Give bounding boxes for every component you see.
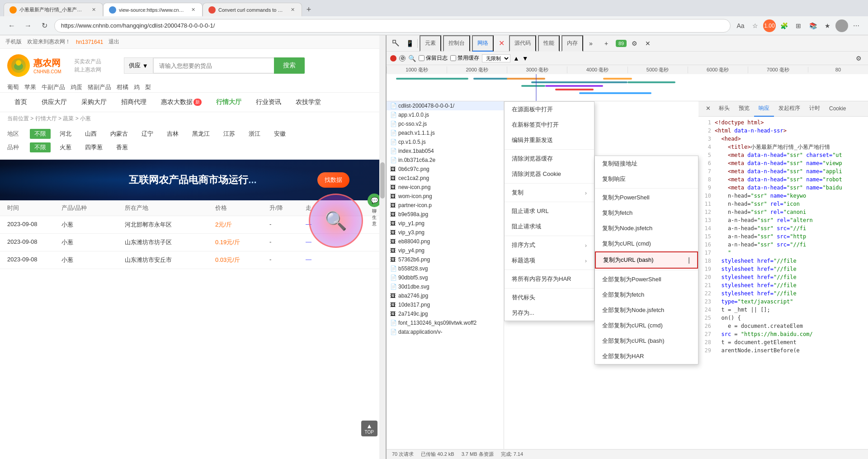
web-scrollbar[interactable] bbox=[379, 35, 386, 459]
ctx-save-har[interactable]: 将所有内容另存为HAR bbox=[505, 271, 594, 287]
nav-supply[interactable]: 供应大厅 bbox=[34, 92, 74, 112]
table-row[interactable]: 2023-09-08 小葱 山东潍坊市安丘市 0.03元/斤 - — bbox=[0, 251, 386, 269]
back-button[interactable]: ← bbox=[5, 19, 18, 32]
search-input[interactable] bbox=[153, 57, 274, 74]
bookmark-icon[interactable]: ☆ bbox=[749, 19, 761, 32]
file-item-9[interactable]: 🖼 new-icon.png bbox=[387, 183, 504, 192]
nav-agri[interactable]: 农技学堂 bbox=[288, 92, 328, 112]
region-shanxi[interactable]: 山西 bbox=[80, 129, 101, 139]
ctx-save-as[interactable]: 另存为... bbox=[505, 305, 594, 321]
dt-close-network-icon[interactable]: ✕ bbox=[495, 38, 507, 49]
reload-button[interactable]: ↻ bbox=[38, 19, 51, 32]
dt-tab-memory[interactable]: 内存 bbox=[561, 35, 583, 52]
ctx-sort[interactable]: 排序方式 › bbox=[505, 237, 594, 253]
file-item-6[interactable]: 📄 in.0b371c6a.2e bbox=[387, 156, 504, 165]
file-item-25[interactable]: 📄 data:application/v- bbox=[387, 327, 504, 336]
region-jilin[interactable]: 吉林 bbox=[162, 129, 183, 139]
ctx-block-domain[interactable]: 阻止请求域 bbox=[505, 219, 594, 234]
nav-home[interactable]: 首页 bbox=[7, 92, 34, 112]
browser-tab-1[interactable]: 小葱最新产地行情_小葱产地行情 ✕ bbox=[4, 3, 103, 16]
table-row[interactable]: 2023-09-08 小葱 河北邯郸市永年区 2元/斤 - — bbox=[0, 216, 386, 234]
product-link-pear[interactable]: 梨 bbox=[145, 83, 151, 91]
forward-button[interactable]: → bbox=[22, 19, 34, 32]
resp-tab-preview[interactable]: 预览 bbox=[734, 101, 754, 117]
file-item-17[interactable]: 🖼 57362b6.png bbox=[387, 255, 504, 264]
ctx-copy-response[interactable]: 复制响应 bbox=[595, 171, 698, 187]
resp-tab-close[interactable]: ✕ bbox=[702, 101, 714, 117]
file-item-4[interactable]: 📄 cp.v1.0.5.js bbox=[387, 137, 504, 147]
table-row[interactable]: 2023-09-08 小葱 山东潍坊市坊子区 0.19元/斤 - — bbox=[0, 234, 386, 251]
file-item-1[interactable]: 📄 app.v1.0.0.js bbox=[387, 110, 504, 119]
variety-all-button[interactable]: 不限 bbox=[30, 142, 51, 152]
ctx-copy-all-har[interactable]: 全部复制为HAR bbox=[595, 349, 698, 364]
product-link-chicken[interactable]: 鸡 bbox=[134, 83, 140, 91]
file-item-18[interactable]: 📄 b558f28.svg bbox=[387, 264, 504, 273]
dt-add-icon[interactable]: + bbox=[600, 38, 612, 49]
dt-preserve-log-checkbox[interactable] bbox=[419, 55, 425, 61]
file-item-7[interactable]: 🖼 0b6c97c.png bbox=[387, 165, 504, 174]
ctx-header-options[interactable]: 标题选项 › bbox=[505, 253, 594, 268]
file-item-20[interactable]: 📄 30d1dbe.svg bbox=[387, 282, 504, 291]
ctx-copy-all-curl-cmd[interactable]: 全部复制为cURL (cmd) bbox=[595, 318, 698, 333]
browser-tab-3[interactable]: Convert curl commands to code ✕ bbox=[203, 3, 302, 16]
profile-icon[interactable]: 1.00 bbox=[763, 19, 776, 32]
product-link-pork[interactable]: 猪副产品 bbox=[88, 83, 111, 91]
region-zhejiang[interactable]: 浙江 bbox=[244, 129, 265, 139]
logout-link[interactable]: 退出 bbox=[108, 38, 119, 46]
file-item-3[interactable]: 📄 peach.v1.1.1.js bbox=[387, 128, 504, 137]
dt-search-button[interactable]: 🔍 bbox=[408, 55, 416, 62]
ctx-copy-all-curl-bash[interactable]: 全部复制为cURL (bash) bbox=[595, 333, 698, 349]
variety-1[interactable]: 火葱 bbox=[55, 142, 76, 152]
dt-disable-cache-checkbox[interactable] bbox=[450, 55, 456, 61]
dt-close-icon[interactable]: ✕ bbox=[642, 38, 654, 49]
region-anhui[interactable]: 安徽 bbox=[269, 129, 290, 139]
region-jiangsu[interactable]: 江苏 bbox=[219, 129, 240, 139]
region-all-button[interactable]: 不限 bbox=[30, 129, 51, 139]
file-item-13[interactable]: 🖼 vip_y1.png bbox=[387, 219, 504, 228]
dt-tab-sources[interactable]: 源代码 bbox=[509, 35, 536, 52]
file-item-5[interactable]: 📄 index.1bab054 bbox=[387, 147, 504, 156]
product-link-grape[interactable]: 葡萄 bbox=[7, 83, 19, 91]
ctx-open-in-panel[interactable]: 在源面板中打开 bbox=[505, 102, 594, 117]
dt-disable-cache-label[interactable]: 禁用缓存 bbox=[450, 54, 479, 62]
new-tab-button[interactable]: + bbox=[302, 3, 316, 16]
file-item-main[interactable]: 📄 cdlist-2000478-0-0-0-1/ bbox=[387, 101, 504, 110]
dt-tab-console[interactable]: 控制台 bbox=[443, 35, 470, 52]
ctx-copy-all-node-fetch[interactable]: 全部复制为Node.jsfetch bbox=[595, 303, 698, 318]
dt-record-button[interactable] bbox=[390, 55, 396, 62]
product-link-citrus[interactable]: 柑橘 bbox=[117, 83, 128, 91]
nav-market[interactable]: 行情大厅 bbox=[209, 92, 249, 112]
favorites-icon[interactable]: ★ bbox=[821, 19, 834, 32]
nav-news[interactable]: 行业资讯 bbox=[249, 92, 288, 112]
ctx-edit-resend[interactable]: 编辑并重新发送 bbox=[505, 132, 594, 148]
product-link-egg[interactable]: 鸡蛋 bbox=[71, 83, 82, 91]
address-bar[interactable]: https://www.cnhnb.com/hangqing/cdlist-20… bbox=[54, 19, 731, 33]
dt-tab-elements[interactable]: 元素 bbox=[420, 35, 441, 52]
tab-close-3[interactable]: ✕ bbox=[289, 6, 296, 14]
region-liaoning[interactable]: 辽宁 bbox=[137, 129, 158, 139]
ctx-open-new-tab[interactable]: 在新标签页中打开 bbox=[505, 117, 594, 132]
search-button[interactable]: 搜索 bbox=[274, 57, 305, 74]
variety-2[interactable]: 四季葱 bbox=[80, 142, 107, 152]
ctx-copy-all-powershell[interactable]: 全部复制为PowerShell bbox=[595, 272, 698, 287]
ctx-clear-cookie[interactable]: 清除浏览器 Cookie bbox=[505, 166, 594, 182]
dt-throttle-select[interactable]: 无限制 bbox=[482, 54, 510, 62]
nav-bigdata[interactable]: 惠农大数据新 bbox=[154, 92, 209, 112]
ctx-copy-node-fetch[interactable]: 复制为Node.jsfetch bbox=[595, 221, 698, 236]
ctx-copy-all-fetch[interactable]: 全部复制为fetch bbox=[595, 287, 698, 303]
search-category-dropdown[interactable]: 供应 ▼ bbox=[124, 57, 153, 74]
top-scroll-button[interactable]: ▲ TOP bbox=[361, 421, 377, 436]
tab-close-1[interactable]: ✕ bbox=[90, 6, 97, 14]
resp-tab-response[interactable]: 响应 bbox=[754, 101, 774, 117]
dt-more-tabs-icon[interactable]: » bbox=[585, 38, 597, 49]
dt-preserve-log-label[interactable]: 保留日志 bbox=[419, 54, 448, 62]
user-avatar[interactable] bbox=[835, 19, 848, 32]
file-item-19[interactable]: 📄 90dbbf5.svg bbox=[387, 273, 504, 282]
dt-inspect-icon[interactable] bbox=[390, 38, 402, 49]
collections-icon[interactable]: 📚 bbox=[807, 19, 819, 32]
ctx-clear-cache[interactable]: 清除浏览器缓存 bbox=[505, 151, 594, 166]
file-item-11[interactable]: 🖼 partner-icon.p bbox=[387, 201, 504, 210]
ctx-copy-fetch[interactable]: 复制为fetch bbox=[595, 205, 698, 221]
browser-tab-2[interactable]: view-source:https://www.cnhnb... ✕ bbox=[103, 3, 203, 16]
file-item-24[interactable]: 📄 font_1130246_kqs09llvtwk.woff2 bbox=[387, 318, 504, 327]
